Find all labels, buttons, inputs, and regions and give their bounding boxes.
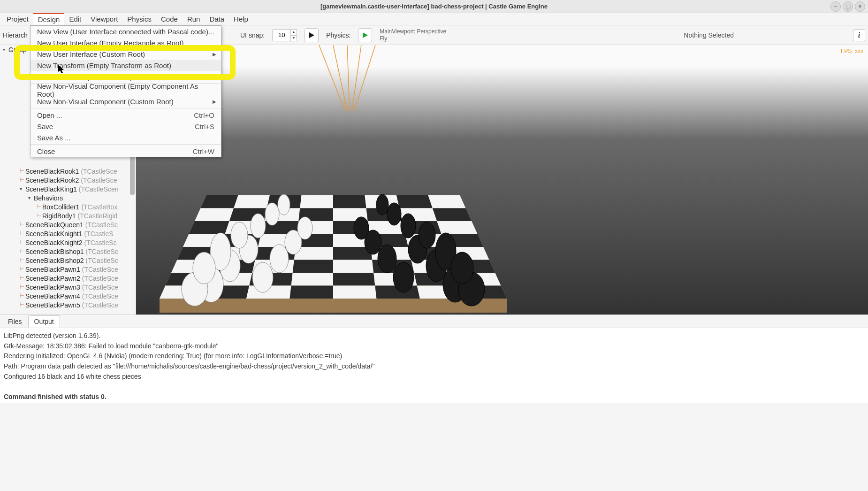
menu-project[interactable]: Project — [2, 14, 33, 24]
menu-code[interactable]: Code — [156, 14, 183, 24]
tree-row[interactable]: ⊢SceneBlackQueen1(TCastleSc — [3, 220, 136, 229]
submenu-arrow-icon: ▶ — [213, 52, 216, 57]
svg-marker-25 — [189, 221, 229, 234]
tree-branch-icon: ⊢ — [20, 230, 24, 237]
tree-row[interactable]: ⊢SceneBlackPawn2(TCastleSce — [3, 274, 136, 283]
output-line — [4, 382, 864, 392]
svg-point-80 — [278, 194, 290, 215]
menu-item[interactable]: SaveCtrl+S — [30, 121, 221, 132]
svg-point-84 — [297, 217, 312, 239]
tree-row[interactable]: ⊢SceneBlackPawn4(TCastleSce — [3, 292, 136, 300]
close-button[interactable]: × — [855, 1, 865, 12]
menu-design[interactable]: Design — [33, 13, 65, 25]
tree-row[interactable]: ⊢SceneBlackPawn5(TCastleSce — [3, 300, 136, 309]
snap-down-icon[interactable]: ▾ — [290, 35, 297, 41]
ui-snap-spinner[interactable]: ▴ ▾ — [272, 29, 297, 41]
menu-item[interactable]: New Transform (Custom Root)▶ — [30, 71, 221, 82]
physics-label: Physics: — [326, 31, 350, 39]
tree-row[interactable]: ⊢SceneBlackPawn3(TCastleSce — [3, 283, 136, 292]
tree-branch-icon: ⊢ — [20, 248, 24, 254]
menu-item[interactable]: CloseCtrl+W — [30, 146, 221, 157]
tree-item-name: SceneBlackPawn3 — [25, 284, 80, 291]
play-icon — [308, 32, 315, 38]
chessboard-render — [160, 158, 507, 315]
tree-row[interactable]: ⊢SceneBlackRook2(TCastleSce — [3, 176, 136, 184]
menu-item[interactable]: Open ...Ctrl+O — [30, 109, 221, 121]
menu-run[interactable]: Run — [183, 14, 205, 24]
menu-item[interactable]: New Non-Visual Component (Custom Root)▶ — [30, 96, 221, 107]
bottom-tab-bar: FilesOutput — [0, 315, 868, 328]
tree-item-type: (TCastleRigid — [78, 212, 118, 220]
svg-marker-15 — [396, 195, 433, 208]
svg-point-93 — [387, 203, 401, 225]
caret-down-icon[interactable]: ▾ — [3, 47, 8, 52]
tree-row[interactable]: ⊢SceneBlackBishop1(TCastleSc — [3, 247, 136, 256]
tab-files[interactable]: Files — [2, 315, 28, 328]
physics-play-button[interactable] — [358, 28, 372, 42]
menu-item-label: Close — [37, 147, 55, 155]
svg-point-82 — [270, 245, 289, 273]
ui-snap-input[interactable] — [272, 29, 291, 41]
svg-marker-61 — [333, 273, 375, 286]
tab-output[interactable]: Output — [28, 315, 60, 328]
ui-snap-label: UI snap: — [240, 31, 265, 39]
tree-branch-icon: ⊢ — [20, 168, 24, 174]
tree-item-name: SceneBlackBishop1 — [25, 248, 84, 255]
menu-shortcut: Ctrl+S — [195, 123, 214, 130]
tree-item-name: Behaviors — [34, 194, 63, 202]
menu-item[interactable]: New View (User Interface connected with … — [30, 26, 221, 37]
tree-item-name: SceneBlackPawn1 — [25, 266, 80, 273]
viewport-3d[interactable]: FPS: xxx — [136, 45, 868, 315]
tree-item-type: (TCastleSce — [82, 292, 118, 300]
play-button[interactable] — [305, 28, 319, 42]
tree-row[interactable]: ⊢RigidBody1(TCastleRigid — [3, 211, 136, 220]
svg-point-98 — [354, 217, 369, 239]
menu-data[interactable]: Data — [205, 14, 229, 24]
menu-physics[interactable]: Physics — [122, 14, 156, 24]
titlebar: [gameviewmain.castle-user-interface] bad… — [0, 0, 868, 13]
svg-marker-24 — [433, 208, 472, 222]
menu-help[interactable]: Help — [229, 14, 253, 24]
tree-row[interactable]: ⊢BoxCollider1(TCastleBox — [3, 202, 136, 211]
menu-item[interactable]: New Non-Visual Component (Empty Componen… — [30, 84, 221, 96]
tree-item-name: SceneBlackPawn5 — [25, 301, 80, 309]
tree-row[interactable]: ▾Behaviors — [3, 193, 136, 202]
tree-item-type: (TCastleSc — [86, 248, 118, 255]
tree-row[interactable]: ⊢SceneBlackRook1(TCastleSce — [3, 167, 136, 176]
tree-branch-icon: ⊢ — [20, 293, 24, 299]
tree-item-name: SceneBlackKnight2 — [25, 239, 82, 246]
svg-marker-60 — [291, 273, 333, 286]
svg-marker-13 — [333, 195, 366, 208]
caret-icon[interactable]: ▾ — [28, 195, 34, 200]
menu-item-label: Save — [37, 123, 53, 130]
menubar: ProjectDesignEditViewportPhysicsCodeRunD… — [0, 13, 868, 25]
tree-row[interactable]: ⊢SceneBlackKnight2(TCastleSc — [3, 238, 136, 247]
tree-row[interactable]: ⊢SceneBlackKnight1(TCastleS — [3, 229, 136, 238]
snap-up-icon[interactable]: ▴ — [290, 29, 297, 35]
menu-edit[interactable]: Edit — [64, 14, 86, 24]
menu-item[interactable]: New Transform (Empty Transform as Root) — [30, 60, 221, 71]
caret-icon[interactable]: ▾ — [20, 186, 25, 192]
info-button[interactable]: i — [853, 29, 865, 41]
svg-marker-12 — [300, 195, 333, 208]
tree-row[interactable]: ▾SceneBlackKing1(TCastleScen — [3, 184, 136, 193]
viewport-mode-line1: MainViewport: Perspective — [380, 28, 446, 35]
menu-item[interactable]: New User Interface (Empty Rectangle as R… — [30, 37, 221, 48]
maximize-button[interactable]: ⬚ — [843, 1, 853, 12]
tree-item-name: RigidBody1 — [42, 212, 76, 220]
tree-item-name: SceneBlackRook2 — [25, 176, 79, 184]
menu-item-label: Open ... — [37, 111, 62, 119]
svg-point-86 — [193, 252, 215, 284]
minimize-button[interactable]: – — [830, 1, 841, 12]
svg-point-94 — [376, 194, 388, 215]
tree-row[interactable]: ⊢SceneBlackPawn1(TCastleSce — [3, 265, 136, 274]
menu-item[interactable]: New User Interface (Custom Root)▶ — [30, 48, 221, 60]
tree-item-name: SceneBlackPawn4 — [25, 292, 80, 300]
menu-viewport[interactable]: Viewport — [86, 14, 122, 24]
svg-marker-0 — [309, 32, 314, 38]
tree-item-name: SceneBlackPawn2 — [25, 275, 80, 282]
menu-item[interactable]: Save As ... — [30, 132, 221, 143]
output-line: LibPng detected (version 1.6.39). — [4, 331, 864, 341]
tree-row[interactable]: ⊢SceneBlackBishop2(TCastleSc — [3, 256, 136, 265]
submenu-arrow-icon: ▶ — [213, 99, 216, 104]
